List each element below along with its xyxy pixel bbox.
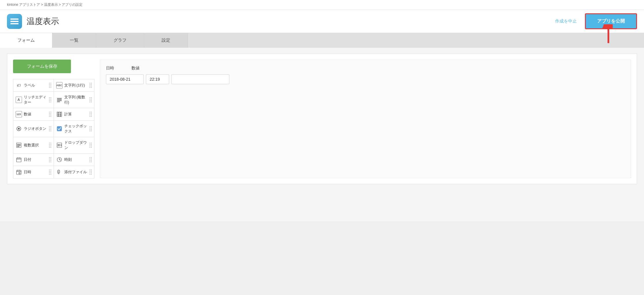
svg-rect-21 [17, 145, 21, 146]
field-list: 🏷 ラベル ABC 文字列 (1行) [13, 79, 94, 178]
drag-handle [49, 97, 51, 102]
drag-handle [89, 143, 92, 148]
svg-rect-26 [17, 158, 21, 162]
text-multi-icon [56, 97, 63, 103]
breadcrumb-part-2: 温度表示 [44, 3, 58, 7]
form-preview-row: 2018-08-21 22:19 [106, 74, 625, 84]
svg-rect-27 [17, 159, 21, 159]
svg-rect-10 [58, 113, 59, 113]
tab-graph[interactable]: グラフ [96, 33, 144, 48]
form-preview: 日時 数値 2018-08-21 22:19 [100, 60, 631, 178]
svg-rect-13 [60, 114, 61, 115]
svg-point-17 [18, 128, 20, 130]
app-title: 温度表示 [27, 16, 550, 27]
form-area: フォームを保存 🏷 ラベル ABC 文字列 (1行) [7, 54, 637, 184]
form-preview-header: 日時 数値 [106, 66, 625, 71]
svg-rect-22 [17, 146, 19, 147]
list-item[interactable]: 文字列 (複数行) [54, 91, 94, 108]
svg-rect-14 [58, 115, 59, 116]
svg-rect-29 [19, 157, 20, 158]
svg-rect-36 [19, 170, 20, 171]
dropdown-icon [56, 142, 63, 148]
svg-rect-6 [57, 99, 62, 100]
svg-rect-20 [17, 144, 21, 145]
svg-rect-2 [10, 23, 19, 24]
drag-handle [49, 112, 51, 117]
drag-handle [49, 83, 51, 88]
time-value[interactable]: 22:19 [146, 74, 169, 84]
app-icon [7, 14, 22, 29]
svg-rect-1 [10, 21, 19, 22]
breadcrumb: kintone アプリストア > 温度表示 > アプリの設定 [0, 0, 644, 10]
list-item[interactable]: 🏷 ラベル [13, 79, 54, 92]
app-list-icon [10, 17, 19, 26]
cancel-button[interactable]: 作成を中止 [550, 16, 581, 26]
svg-line-32 [59, 160, 61, 160]
list-item[interactable]: 時刻 [54, 153, 94, 166]
drag-handle [89, 126, 92, 131]
number-icon: 123 [16, 111, 22, 117]
svg-rect-25 [58, 145, 60, 146]
list-item[interactable]: ラジオボタン [13, 120, 54, 137]
list-item[interactable]: ABC 文字列 (1行) [54, 79, 94, 92]
svg-rect-28 [18, 157, 18, 158]
radio-icon [16, 126, 22, 132]
svg-rect-5 [57, 98, 62, 99]
app-header: 温度表示 作成を中止 アプリを公開 [0, 10, 644, 33]
svg-rect-12 [58, 114, 59, 115]
calc-icon [56, 111, 63, 117]
tab-list[interactable]: 一覧 [52, 33, 96, 48]
main-content: フォームを保存 🏷 ラベル ABC 文字列 (1行) [0, 48, 644, 221]
list-item[interactable]: 計算 [54, 108, 94, 121]
drag-handle [49, 157, 51, 162]
drag-handle [89, 97, 92, 102]
svg-rect-7 [57, 100, 62, 101]
breadcrumb-sep-1: > [41, 3, 44, 7]
svg-rect-11 [60, 113, 61, 113]
drag-handle [89, 169, 92, 175]
list-item[interactable]: 添付ファイル [54, 166, 94, 178]
list-item[interactable]: 日時 [13, 166, 54, 178]
svg-rect-8 [57, 102, 60, 102]
rich-editor-icon: A [16, 97, 22, 103]
breadcrumb-sep-2: > [59, 3, 62, 7]
drag-handle [89, 112, 92, 117]
list-item[interactable]: 複数選択 [13, 137, 54, 154]
svg-rect-15 [60, 115, 61, 116]
attachment-icon [56, 169, 63, 175]
drag-handle [89, 83, 92, 88]
left-panel: フォームを保存 🏷 ラベル ABC 文字列 (1行) [13, 60, 94, 178]
svg-rect-23 [57, 143, 62, 148]
list-item[interactable]: 123 数値 [13, 108, 54, 121]
list-item[interactable]: 日付 [13, 153, 54, 166]
breadcrumb-part-3: アプリの設定 [62, 3, 83, 7]
svg-rect-34 [17, 171, 21, 172]
datetime-col-label: 日時 [106, 66, 114, 71]
text-single-icon: ABC [56, 82, 63, 89]
time-icon [56, 156, 63, 163]
list-item[interactable]: A リッチエディター [13, 91, 54, 108]
drag-handle [49, 126, 51, 131]
tab-form[interactable]: フォーム [0, 33, 52, 48]
date-icon [16, 156, 22, 163]
svg-rect-24 [58, 144, 60, 145]
multi-select-icon [16, 142, 22, 148]
save-form-button[interactable]: フォームを保存 [13, 60, 71, 73]
drag-handle [49, 169, 51, 175]
svg-rect-35 [18, 170, 18, 171]
tab-settings[interactable]: 設定 [144, 33, 188, 48]
label-icon: 🏷 [16, 82, 22, 89]
breadcrumb-part-1: kintone アプリストア [7, 3, 40, 7]
datetime-icon [16, 169, 22, 175]
number-col-label: 数値 [131, 66, 140, 71]
list-item[interactable]: チェックボックス [54, 120, 94, 137]
checkbox-icon [56, 126, 63, 132]
svg-rect-0 [10, 19, 19, 20]
date-value[interactable]: 2018-08-21 [106, 74, 144, 84]
tabs-bar: フォーム 一覧 グラフ 設定 [0, 33, 644, 48]
number-value[interactable] [171, 74, 229, 84]
drag-handle [89, 157, 92, 162]
drag-handle [49, 143, 51, 148]
arrow-annotation [592, 24, 613, 45]
list-item[interactable]: ドロップダウン [54, 137, 94, 154]
